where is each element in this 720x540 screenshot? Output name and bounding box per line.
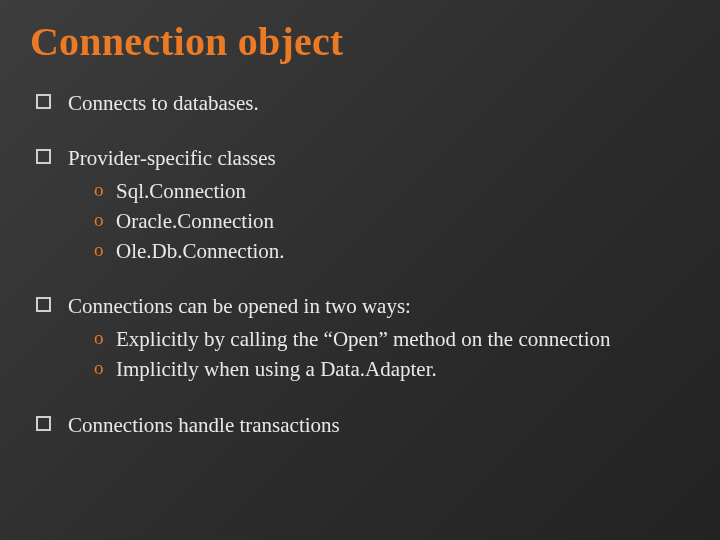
- list-item: Connections can be opened in two ways: E…: [30, 292, 690, 385]
- list-item: Provider-specific classes Sql.Connection…: [30, 144, 690, 266]
- bullet-text: Connects to databases.: [68, 91, 259, 115]
- sub-bullet-text: Ole.Db.Connection.: [116, 239, 285, 263]
- sub-list-item: Explicitly by calling the “Open” method …: [94, 325, 690, 355]
- bullet-list: Connects to databases. Provider-specific…: [30, 89, 690, 440]
- bullet-text: Connections can be opened in two ways:: [68, 294, 411, 318]
- sub-list-item: Oracle.Connection: [94, 207, 690, 237]
- bullet-text: Connections handle transactions: [68, 413, 340, 437]
- sub-bullet-text: Explicitly by calling the “Open” method …: [116, 327, 611, 351]
- slide: Connection object Connects to databases.…: [0, 0, 720, 540]
- sub-list: Sql.Connection Oracle.Connection Ole.Db.…: [94, 177, 690, 266]
- sub-list-item: Ole.Db.Connection.: [94, 237, 690, 267]
- list-item: Connections handle transactions: [30, 411, 690, 440]
- sub-list-item: Implicitly when using a Data.Adapter.: [94, 355, 690, 385]
- sub-list: Explicitly by calling the “Open” method …: [94, 325, 690, 385]
- bullet-text: Provider-specific classes: [68, 146, 276, 170]
- sub-list-item: Sql.Connection: [94, 177, 690, 207]
- sub-bullet-text: Implicitly when using a Data.Adapter.: [116, 357, 437, 381]
- sub-bullet-text: Oracle.Connection: [116, 209, 274, 233]
- sub-bullet-text: Sql.Connection: [116, 179, 246, 203]
- list-item: Connects to databases.: [30, 89, 690, 118]
- slide-title: Connection object: [30, 18, 690, 65]
